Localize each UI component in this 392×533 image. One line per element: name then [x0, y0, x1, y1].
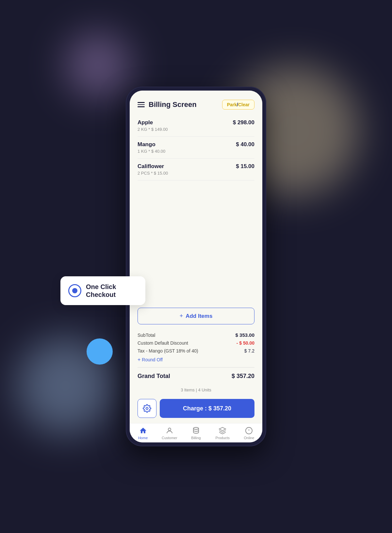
totals-section: SubTotal $ 353.00 Custom Default Discoun…: [130, 330, 262, 384]
discount-row: Custom Default Discount - $ 50.00: [138, 339, 254, 347]
nav-label-online: Online: [244, 436, 254, 440]
charge-button[interactable]: Charge : $ 357.20: [160, 399, 254, 418]
items-summary: 3 Items | 4 Units: [138, 384, 254, 396]
home-icon: [139, 427, 147, 435]
grand-total-label: Grand Total: [138, 373, 170, 380]
subtotal-label: SubTotal: [138, 333, 155, 338]
nav-label-home: Home: [138, 436, 148, 440]
item-row: Mango $ 40.00 1 KG * $ 40.00: [138, 137, 254, 159]
settings-button[interactable]: [138, 399, 156, 418]
tooltip-text: One ClickCheckout: [86, 283, 116, 299]
nav-item-customer[interactable]: Customer: [156, 427, 183, 440]
clear-label: Clear: [238, 102, 250, 107]
customer-icon: [166, 427, 173, 435]
nav-label-customer: Customer: [162, 436, 177, 440]
svg-point-2: [193, 427, 199, 429]
plus-icon: +: [180, 313, 183, 319]
products-icon: [219, 427, 226, 435]
item-name: Caliﬂower $ 15.00: [138, 163, 254, 170]
subtotal-value: $ 353.00: [236, 332, 254, 338]
park-label: Park: [227, 102, 237, 107]
screen-header: Billing Screen Park/Clear: [130, 91, 262, 115]
phone-screen: Billing Screen Park/Clear Apple $ 298.00…: [130, 91, 262, 442]
online-icon: [245, 427, 253, 435]
nav-item-products[interactable]: Products: [209, 427, 236, 440]
discount-value: - $ 50.00: [237, 340, 254, 346]
nav-label-products: Products: [216, 436, 230, 440]
nav-item-home[interactable]: Home: [130, 427, 156, 440]
subtotal-row: SubTotal $ 353.00: [138, 331, 254, 339]
grand-total-value: $ 357.20: [232, 373, 254, 380]
bottom-nav: Home Customer Billing: [130, 423, 262, 442]
billing-icon: [192, 427, 200, 435]
nav-item-billing[interactable]: Billing: [183, 427, 209, 440]
gear-icon: [143, 404, 151, 413]
item-detail: 1 KG * $ 40.00: [138, 149, 254, 154]
items-list: Apple $ 298.00 2 KG * $ 149.00 Mango $ 4…: [130, 115, 262, 302]
item-row: Apple $ 298.00 2 KG * $ 149.00: [138, 115, 254, 137]
round-off-row[interactable]: + Round Off: [138, 355, 254, 365]
header-left: Billing Screen: [138, 100, 197, 109]
item-name: Apple $ 298.00: [138, 119, 254, 126]
item-row: Caliﬂower $ 15.00 2 PCS * $ 15.00: [138, 159, 254, 181]
item-name: Mango $ 40.00: [138, 141, 254, 148]
tax-value: $ 7.2: [244, 348, 254, 353]
decorative-circle: [87, 338, 113, 365]
svg-point-1: [168, 428, 171, 431]
menu-icon[interactable]: [138, 102, 145, 107]
item-detail: 2 PCS * $ 15.00: [138, 171, 254, 176]
tooltip-icon: [68, 284, 81, 297]
grand-total-divider: [138, 367, 254, 368]
one-click-tooltip: One ClickCheckout: [60, 276, 145, 305]
discount-label: Custom Default Discount: [138, 340, 188, 346]
nav-label-billing: Billing: [191, 436, 201, 440]
svg-point-0: [146, 407, 148, 410]
phone-wrapper: One ClickCheckout Billing Screen Park/Cl…: [126, 87, 266, 446]
nav-item-online[interactable]: Online: [236, 427, 262, 440]
park-clear-button[interactable]: Park/Clear: [222, 100, 254, 110]
add-items-label: Add Items: [186, 313, 212, 319]
item-detail: 2 KG * $ 149.00: [138, 127, 254, 132]
bottom-actions: Charge : $ 357.20: [138, 396, 254, 423]
tax-label: Tax - Mango (GST 18% of 40): [138, 348, 198, 353]
screen-title: Billing Screen: [149, 100, 197, 109]
grand-total-row: Grand Total $ 357.20: [138, 370, 254, 381]
tax-row: Tax - Mango (GST 18% of 40) $ 7.2: [138, 347, 254, 355]
bottom-section: 3 Items | 4 Units Charge : $ 357.20: [130, 384, 262, 423]
round-off-plus-icon: +: [138, 357, 140, 363]
round-off-label: Round Off: [142, 357, 163, 362]
add-items-button[interactable]: + Add Items: [138, 308, 254, 324]
tooltip-dot: [72, 288, 77, 293]
phone-frame: Billing Screen Park/Clear Apple $ 298.00…: [126, 87, 266, 446]
